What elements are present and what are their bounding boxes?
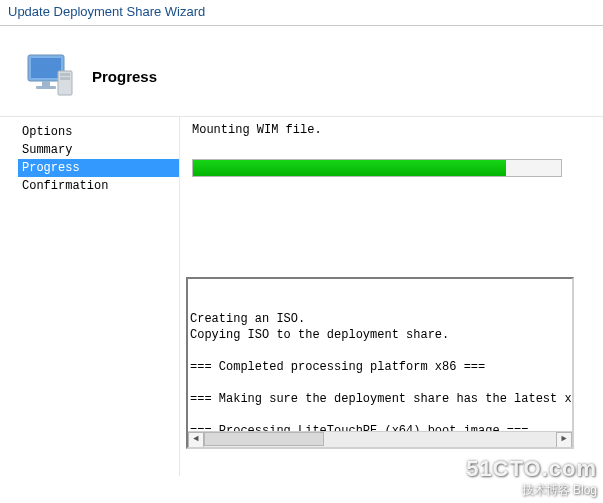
sidebar-item-options[interactable]: Options: [18, 123, 179, 141]
log-output[interactable]: Creating an ISO. Copying ISO to the depl…: [186, 277, 574, 449]
scroll-right-button[interactable]: ►: [556, 432, 572, 448]
sidebar-item-confirmation[interactable]: Confirmation: [18, 177, 179, 195]
svg-rect-5: [60, 73, 70, 76]
watermark-sub: 技术博客 Blog: [466, 482, 597, 499]
svg-rect-3: [36, 86, 56, 89]
computer-icon: [24, 49, 78, 103]
svg-rect-6: [60, 77, 70, 80]
scroll-thumb[interactable]: [204, 432, 324, 446]
wizard-header: Progress: [0, 26, 603, 116]
svg-rect-2: [42, 81, 50, 86]
svg-rect-1: [31, 58, 61, 78]
window-titlebar: Update Deployment Share Wizard: [0, 0, 603, 26]
progress-bar-fill: [193, 160, 506, 176]
log-text: Creating an ISO. Copying ISO to the depl…: [188, 311, 572, 449]
sidebar-item-progress[interactable]: Progress: [18, 159, 179, 177]
scroll-left-button[interactable]: ◄: [188, 432, 204, 448]
status-text: Mounting WIM file.: [192, 123, 603, 137]
scroll-track[interactable]: [204, 432, 556, 447]
wizard-steps-sidebar: OptionsSummaryProgressConfirmation: [0, 117, 180, 476]
wizard-body: OptionsSummaryProgressConfirmation Mount…: [0, 116, 603, 476]
progress-bar: [192, 159, 562, 177]
wizard-main-panel: Mounting WIM file. Creating an ISO. Copy…: [180, 117, 603, 476]
window-title: Update Deployment Share Wizard: [8, 4, 205, 19]
sidebar-item-summary[interactable]: Summary: [18, 141, 179, 159]
page-title: Progress: [92, 68, 157, 85]
horizontal-scrollbar[interactable]: ◄ ►: [188, 431, 572, 447]
